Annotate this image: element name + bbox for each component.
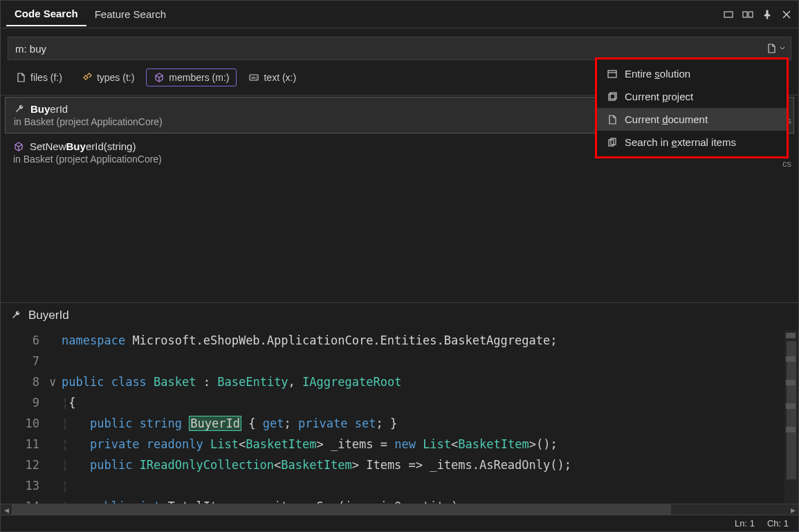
line-number: 10: [1, 413, 49, 434]
horizontal-scrollbar[interactable]: ◂ ▸: [1, 504, 798, 515]
scope-label: Current project: [625, 91, 693, 102]
minimap: [786, 333, 797, 450]
scroll-right-icon[interactable]: ▸: [787, 504, 798, 515]
filter-types[interactable]: types (t:): [74, 68, 142, 86]
svg-rect-3: [766, 16, 767, 19]
tab-code-search[interactable]: Code Search: [6, 2, 86, 26]
search-bar: [8, 37, 791, 60]
line-number: 9: [1, 392, 49, 413]
tab-bar: Code Search Feature Search: [1, 1, 798, 28]
code-preview[interactable]: 6namespace Microsoft.eShopWeb.Applicatio…: [1, 330, 784, 512]
window-position-icon[interactable]: [722, 8, 735, 21]
wrench-icon: [14, 104, 25, 115]
scope-entire-solution[interactable]: Entire solution: [597, 62, 787, 85]
status-col: Ch: 1: [767, 518, 789, 529]
scope-label: Entire solution: [625, 68, 690, 80]
svg-rect-11: [610, 93, 616, 99]
window-controls: [722, 8, 793, 21]
scope-dropdown-button[interactable]: [760, 37, 791, 59]
status-bar: Ln: 1 Ch: 1: [1, 515, 798, 531]
filter-members[interactable]: members (m:): [146, 68, 237, 86]
scope-menu: Entire solution Current project Current …: [595, 57, 789, 158]
svg-text:ab|: ab|: [251, 75, 257, 80]
file-ext: cs: [782, 158, 791, 169]
line-number: 8: [1, 372, 49, 392]
svg-rect-0: [724, 12, 733, 17]
line-number: 6: [1, 330, 49, 351]
line-number: 13: [1, 475, 49, 496]
svg-rect-1: [743, 12, 747, 17]
tab-feature-search[interactable]: Feature Search: [86, 3, 174, 26]
search-input[interactable]: [8, 43, 760, 55]
filter-text[interactable]: ab| text (x:): [241, 68, 304, 86]
status-line: Ln: 1: [735, 518, 755, 529]
scope-label: Search in external items: [625, 136, 736, 148]
cube-icon: [13, 141, 24, 152]
preview-title: BuyerId: [28, 309, 69, 322]
preview-header: BuyerId: [1, 302, 798, 328]
scroll-thumb[interactable]: [12, 504, 671, 515]
close-icon[interactable]: [780, 8, 793, 21]
scroll-left-icon[interactable]: ◂: [1, 504, 12, 515]
scope-current-project[interactable]: Current project: [597, 85, 787, 108]
filter-label: types (t:): [97, 72, 134, 83]
filter-label: text (x:): [264, 72, 296, 83]
dock-icon[interactable]: [742, 8, 754, 21]
scope-label: Current document: [625, 113, 708, 125]
wrench-icon: [10, 310, 21, 321]
result-title: BuyerId: [30, 103, 68, 115]
scope-current-document[interactable]: Current document: [597, 108, 787, 131]
svg-rect-8: [608, 71, 616, 77]
scope-external-items[interactable]: Search in external items: [597, 131, 787, 154]
filter-files[interactable]: files (f:): [8, 68, 70, 86]
pin-icon[interactable]: [761, 8, 773, 21]
line-number: 12: [1, 455, 49, 475]
svg-rect-10: [609, 94, 615, 100]
result-title: SetNewBuyerId(string): [30, 140, 136, 152]
svg-rect-2: [749, 12, 753, 17]
filter-label: members (m:): [169, 72, 229, 83]
line-number: 7: [1, 351, 49, 372]
filter-label: files (f:): [30, 72, 62, 83]
line-number: 11: [1, 434, 49, 455]
